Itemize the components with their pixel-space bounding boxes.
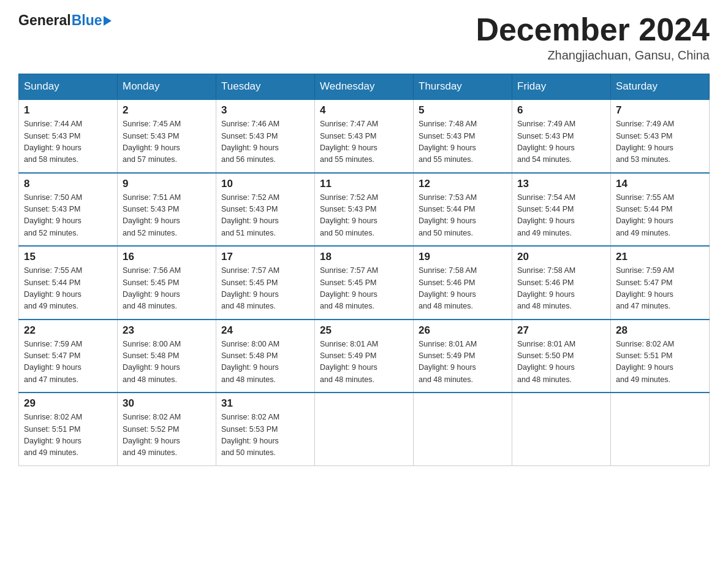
day-info: Sunrise: 7:53 AMSunset: 5:44 PMDaylight:… [419, 192, 507, 240]
calendar-cell: 28Sunrise: 8:02 AMSunset: 5:51 PMDayligh… [611, 320, 710, 393]
calendar-cell [512, 393, 611, 465]
day-number: 23 [123, 324, 211, 337]
day-number: 24 [221, 324, 309, 337]
calendar-cell: 5Sunrise: 7:48 AMSunset: 5:43 PMDaylight… [414, 99, 512, 173]
day-info: Sunrise: 7:59 AMSunset: 5:47 PMDaylight:… [24, 339, 112, 386]
logo: GeneralBlue [18, 12, 112, 29]
calendar-week-1: 1Sunrise: 7:44 AMSunset: 5:43 PMDaylight… [19, 99, 710, 173]
day-number: 10 [221, 178, 309, 190]
day-info: Sunrise: 7:49 AMSunset: 5:43 PMDaylight:… [616, 118, 704, 166]
calendar-cell [414, 393, 512, 465]
day-info: Sunrise: 7:56 AMSunset: 5:45 PMDaylight:… [123, 265, 211, 313]
day-info: Sunrise: 8:02 AMSunset: 5:51 PMDaylight:… [616, 339, 704, 386]
day-info: Sunrise: 7:55 AMSunset: 5:44 PMDaylight:… [24, 265, 112, 313]
day-info: Sunrise: 8:01 AMSunset: 5:49 PMDaylight:… [320, 339, 408, 386]
day-info: Sunrise: 8:02 AMSunset: 5:52 PMDaylight:… [123, 412, 211, 459]
logo-general: General [18, 12, 71, 29]
calendar-cell: 6Sunrise: 7:49 AMSunset: 5:43 PMDaylight… [512, 99, 611, 173]
day-info: Sunrise: 7:57 AMSunset: 5:45 PMDaylight:… [221, 265, 309, 313]
calendar-week-2: 8Sunrise: 7:50 AMSunset: 5:43 PMDaylight… [19, 173, 710, 247]
day-info: Sunrise: 8:00 AMSunset: 5:48 PMDaylight:… [221, 339, 309, 386]
calendar-cell: 29Sunrise: 8:02 AMSunset: 5:51 PMDayligh… [19, 393, 118, 465]
day-number: 2 [123, 104, 211, 117]
weekday-header-friday: Friday [512, 74, 611, 100]
day-number: 27 [517, 324, 605, 337]
weekday-header-wednesday: Wednesday [315, 74, 414, 100]
calendar-cell: 1Sunrise: 7:44 AMSunset: 5:43 PMDaylight… [19, 99, 118, 173]
calendar-cell: 25Sunrise: 8:01 AMSunset: 5:49 PMDayligh… [315, 320, 414, 393]
calendar-cell: 26Sunrise: 8:01 AMSunset: 5:49 PMDayligh… [414, 320, 512, 393]
day-number: 21 [616, 251, 704, 263]
day-info: Sunrise: 7:46 AMSunset: 5:43 PMDaylight:… [221, 118, 309, 166]
calendar-cell: 22Sunrise: 7:59 AMSunset: 5:47 PMDayligh… [19, 320, 118, 393]
day-number: 31 [221, 397, 309, 410]
calendar-body: 1Sunrise: 7:44 AMSunset: 5:43 PMDaylight… [19, 99, 710, 465]
day-number: 7 [616, 104, 704, 117]
calendar-cell: 4Sunrise: 7:47 AMSunset: 5:43 PMDaylight… [315, 99, 414, 173]
day-number: 17 [221, 251, 309, 263]
day-info: Sunrise: 7:50 AMSunset: 5:43 PMDaylight:… [24, 192, 112, 240]
day-number: 12 [419, 178, 507, 190]
day-number: 15 [24, 251, 112, 263]
day-info: Sunrise: 7:52 AMSunset: 5:43 PMDaylight:… [320, 192, 408, 240]
weekday-header-saturday: Saturday [611, 74, 710, 100]
page-subtitle: Zhangjiachuan, Gansu, China [476, 48, 710, 63]
calendar-cell [315, 393, 414, 465]
day-info: Sunrise: 8:02 AMSunset: 5:51 PMDaylight:… [24, 412, 112, 459]
calendar-cell: 24Sunrise: 8:00 AMSunset: 5:48 PMDayligh… [216, 320, 315, 393]
day-number: 16 [123, 251, 211, 263]
calendar-cell: 23Sunrise: 8:00 AMSunset: 5:48 PMDayligh… [118, 320, 216, 393]
calendar-week-5: 29Sunrise: 8:02 AMSunset: 5:51 PMDayligh… [19, 393, 710, 465]
day-number: 29 [24, 397, 112, 410]
day-number: 26 [419, 324, 507, 337]
day-number: 14 [616, 178, 704, 190]
weekday-header-tuesday: Tuesday [216, 74, 315, 100]
day-info: Sunrise: 7:58 AMSunset: 5:46 PMDaylight:… [419, 265, 507, 313]
weekday-header-sunday: Sunday [19, 74, 118, 100]
day-number: 25 [320, 324, 408, 337]
calendar-cell: 12Sunrise: 7:53 AMSunset: 5:44 PMDayligh… [414, 173, 512, 247]
day-info: Sunrise: 8:01 AMSunset: 5:49 PMDaylight:… [419, 339, 507, 386]
calendar-cell: 16Sunrise: 7:56 AMSunset: 5:45 PMDayligh… [118, 246, 216, 320]
day-number: 22 [24, 324, 112, 337]
day-info: Sunrise: 8:02 AMSunset: 5:53 PMDaylight:… [221, 412, 309, 459]
day-number: 18 [320, 251, 408, 263]
calendar-cell: 13Sunrise: 7:54 AMSunset: 5:44 PMDayligh… [512, 173, 611, 247]
day-info: Sunrise: 7:55 AMSunset: 5:44 PMDaylight:… [616, 192, 704, 240]
calendar-header: SundayMondayTuesdayWednesdayThursdayFrid… [19, 74, 710, 100]
day-number: 30 [123, 397, 211, 410]
calendar-cell: 3Sunrise: 7:46 AMSunset: 5:43 PMDaylight… [216, 99, 315, 173]
page-header: GeneralBlue December 2024 Zhangjiachuan,… [18, 12, 710, 63]
calendar-cell: 17Sunrise: 7:57 AMSunset: 5:45 PMDayligh… [216, 246, 315, 320]
day-number: 28 [616, 324, 704, 337]
day-number: 8 [24, 178, 112, 190]
page-title: December 2024 [476, 12, 710, 47]
calendar-cell: 19Sunrise: 7:58 AMSunset: 5:46 PMDayligh… [414, 246, 512, 320]
calendar-cell: 8Sunrise: 7:50 AMSunset: 5:43 PMDaylight… [19, 173, 118, 247]
calendar-cell: 21Sunrise: 7:59 AMSunset: 5:47 PMDayligh… [611, 246, 710, 320]
day-number: 1 [24, 104, 112, 117]
weekday-header-monday: Monday [118, 74, 216, 100]
day-info: Sunrise: 8:00 AMSunset: 5:48 PMDaylight:… [123, 339, 211, 386]
day-number: 5 [419, 104, 507, 117]
day-number: 3 [221, 104, 309, 117]
day-number: 11 [320, 178, 408, 190]
day-info: Sunrise: 7:59 AMSunset: 5:47 PMDaylight:… [616, 265, 704, 313]
day-number: 9 [123, 178, 211, 190]
day-info: Sunrise: 7:44 AMSunset: 5:43 PMDaylight:… [24, 118, 112, 166]
logo-text: GeneralBlue [18, 12, 112, 29]
calendar-cell [611, 393, 710, 465]
logo-blue: Blue [72, 12, 102, 29]
calendar-cell: 15Sunrise: 7:55 AMSunset: 5:44 PMDayligh… [19, 246, 118, 320]
day-info: Sunrise: 7:57 AMSunset: 5:45 PMDaylight:… [320, 265, 408, 313]
day-info: Sunrise: 7:49 AMSunset: 5:43 PMDaylight:… [517, 118, 605, 166]
day-info: Sunrise: 7:58 AMSunset: 5:46 PMDaylight:… [517, 265, 605, 313]
calendar-cell: 30Sunrise: 8:02 AMSunset: 5:52 PMDayligh… [118, 393, 216, 465]
day-info: Sunrise: 7:48 AMSunset: 5:43 PMDaylight:… [419, 118, 507, 166]
calendar-cell: 2Sunrise: 7:45 AMSunset: 5:43 PMDaylight… [118, 99, 216, 173]
day-info: Sunrise: 7:51 AMSunset: 5:43 PMDaylight:… [123, 192, 211, 240]
calendar-cell: 10Sunrise: 7:52 AMSunset: 5:43 PMDayligh… [216, 173, 315, 247]
day-number: 13 [517, 178, 605, 190]
day-number: 19 [419, 251, 507, 263]
day-info: Sunrise: 7:52 AMSunset: 5:43 PMDaylight:… [221, 192, 309, 240]
